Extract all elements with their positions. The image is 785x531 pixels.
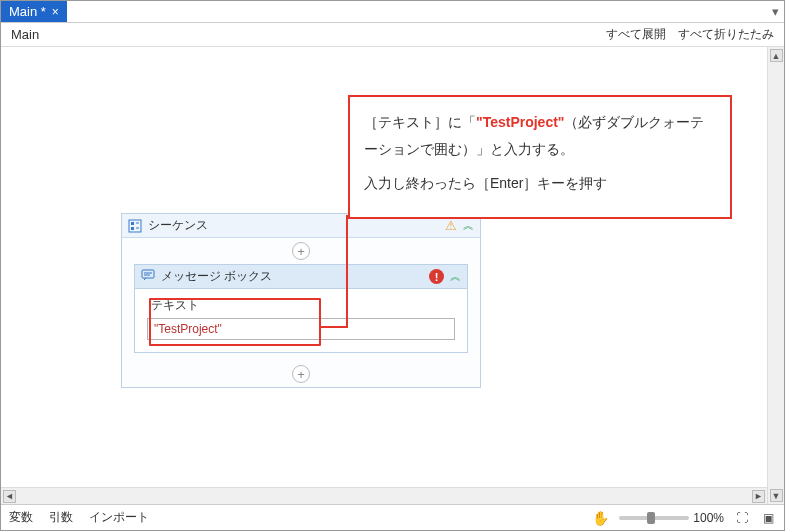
- callout-target-outline: [149, 298, 321, 346]
- tab-label: Main *: [9, 4, 46, 19]
- messagebox-icon: [141, 268, 155, 285]
- svg-rect-0: [129, 220, 141, 232]
- messagebox-header[interactable]: メッセージ ボックス ! ︽: [135, 265, 467, 289]
- add-activity-button[interactable]: +: [292, 365, 310, 383]
- footer-bar: 変数 引数 インポート ✋ 100% ⛶ ▣: [1, 504, 784, 530]
- sub-header: Main すべて展開 すべて折りたたみ: [1, 23, 784, 47]
- workflow-title: Main: [11, 27, 594, 42]
- add-activity-button[interactable]: +: [292, 242, 310, 260]
- horizontal-scrollbar[interactable]: ◄ ►: [1, 487, 767, 504]
- tab-overflow-chevron-icon[interactable]: ▾: [766, 1, 784, 22]
- designer-canvas[interactable]: ［テキスト］に「"TestProject"（必ずダブルクォーテーションで囲む）」…: [1, 47, 767, 487]
- scroll-left-icon[interactable]: ◄: [3, 490, 16, 503]
- pan-tool-icon[interactable]: ✋: [592, 510, 609, 526]
- collapse-icon[interactable]: ︽: [450, 269, 461, 284]
- callout-line-2: 入力し終わったら［Enter］キーを押す: [364, 170, 716, 197]
- vertical-scrollbar[interactable]: ▲ ▼: [767, 47, 784, 504]
- callout-connector-horizontal: [321, 326, 348, 328]
- svg-rect-2: [131, 227, 134, 230]
- messagebox-title: メッセージ ボックス: [161, 268, 423, 285]
- scroll-down-icon[interactable]: ▼: [770, 489, 783, 502]
- callout-emphasis: "TestProject": [476, 114, 564, 130]
- svg-rect-3: [142, 270, 154, 278]
- zoom-thumb[interactable]: [647, 512, 655, 524]
- variables-panel-button[interactable]: 変数: [9, 509, 33, 526]
- tab-bar: Main * × ▾: [1, 1, 784, 23]
- scroll-right-icon[interactable]: ►: [752, 490, 765, 503]
- collapse-all-link[interactable]: すべて折りたたみ: [678, 26, 774, 43]
- arguments-panel-button[interactable]: 引数: [49, 509, 73, 526]
- close-icon[interactable]: ×: [52, 5, 59, 19]
- imports-panel-button[interactable]: インポート: [89, 509, 149, 526]
- zoom-control[interactable]: 100%: [619, 511, 724, 525]
- callout-line-1: ［テキスト］に「"TestProject"（必ずダブルクォーテーションで囲む）」…: [364, 109, 716, 162]
- sequence-add-top: +: [122, 238, 480, 264]
- error-icon[interactable]: !: [429, 269, 444, 284]
- warning-icon[interactable]: ⚠: [445, 218, 457, 233]
- instruction-callout: ［テキスト］に「"TestProject"（必ずダブルクォーテーションで囲む）」…: [348, 95, 732, 219]
- scroll-up-icon[interactable]: ▲: [770, 49, 783, 62]
- svg-rect-1: [131, 222, 134, 225]
- sequence-add-bottom: +: [122, 361, 480, 387]
- zoom-slider[interactable]: [619, 516, 689, 520]
- editor-window: Main * × ▾ Main すべて展開 すべて折りたたみ ［テキスト］に「"…: [0, 0, 785, 531]
- collapse-icon[interactable]: ︽: [463, 218, 474, 233]
- callout-connector-vertical: [346, 215, 348, 328]
- zoom-value: 100%: [693, 511, 724, 525]
- overview-icon[interactable]: ▣: [760, 510, 776, 526]
- expand-all-link[interactable]: すべて展開: [606, 26, 666, 43]
- fit-to-screen-icon[interactable]: ⛶: [734, 510, 750, 526]
- tab-main[interactable]: Main * ×: [1, 1, 67, 22]
- designer-body: ［テキスト］に「"TestProject"（必ずダブルクォーテーションで囲む）」…: [1, 47, 784, 504]
- tabbar-spacer: [67, 1, 766, 22]
- sequence-title: シーケンス: [148, 217, 439, 234]
- sequence-icon: [128, 219, 142, 233]
